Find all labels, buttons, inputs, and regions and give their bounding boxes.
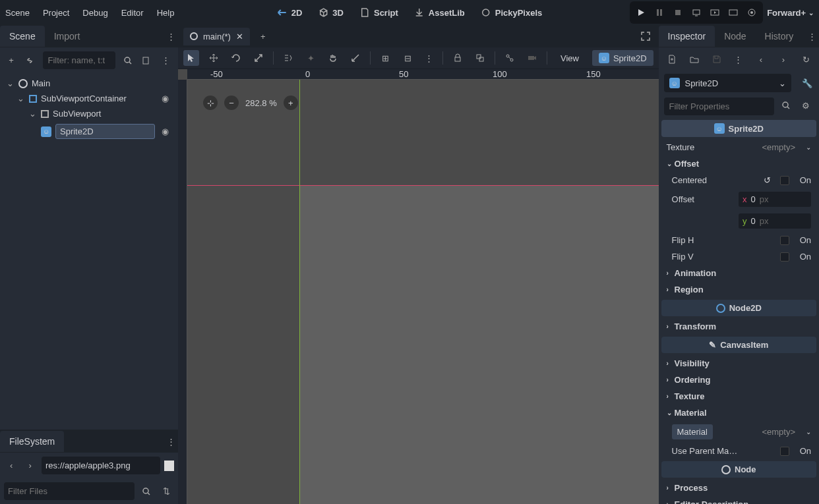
center-view-button[interactable]: ⊹ [203, 96, 218, 110]
checkbox[interactable] [780, 447, 789, 456]
snap-menu[interactable]: ⋮ [422, 53, 436, 63]
fs-filter-input[interactable] [4, 482, 135, 500]
group-editor-description[interactable]: ›Editor Description [661, 496, 816, 504]
menu-debug[interactable]: Debug [82, 8, 107, 18]
viewport-2d[interactable]: -50 0 50 100 150 ⊹ − 282.8 % + [178, 69, 659, 504]
zoom-out-button[interactable]: − [224, 96, 239, 110]
distraction-free-button[interactable] [638, 28, 653, 44]
prop-use-parent-material[interactable]: Use Parent Ma…On [661, 443, 816, 459]
move-tool[interactable] [206, 50, 222, 66]
section-canvasitem[interactable]: ✎CanvasItem [661, 337, 816, 353]
group-texture[interactable]: ›Texture [661, 388, 816, 405]
group-offset[interactable]: ⌄Offset [661, 155, 816, 172]
fs-back-button[interactable]: ‹ [4, 458, 19, 474]
remote-button[interactable] [688, 4, 705, 21]
checkbox[interactable] [780, 236, 789, 245]
mode-3d[interactable]: 3D [313, 5, 349, 20]
revert-icon[interactable]: ↺ [764, 175, 771, 185]
new-tab-button[interactable]: + [255, 28, 271, 44]
inspector-dock-menu[interactable]: ⋮ [805, 32, 819, 42]
zoom-in-button[interactable]: + [284, 96, 298, 110]
save-resource-button[interactable] [709, 51, 725, 67]
search-icon[interactable] [122, 53, 134, 69]
tab-scene[interactable]: Scene [0, 26, 45, 47]
view-menu[interactable]: View [554, 51, 586, 66]
link-button[interactable] [24, 53, 36, 69]
menu-editor[interactable]: Editor [121, 8, 144, 18]
section-node2d[interactable]: Node2D [661, 300, 816, 316]
script-attach-button[interactable] [140, 53, 152, 69]
prop-flip-h[interactable]: Flip HOn [661, 232, 816, 248]
mode-pickypixels[interactable]: PickyPixels [475, 5, 548, 20]
scale-tool[interactable] [251, 50, 266, 66]
tab-inspector[interactable]: Inspector [659, 26, 715, 47]
stop-button[interactable] [669, 4, 686, 21]
sprite2d-editor-tab[interactable]: ☺ Sprite2D [592, 50, 653, 66]
group-region[interactable]: ›Region [661, 281, 816, 298]
fs-path-input[interactable] [42, 457, 160, 474]
group-process[interactable]: ›Process [661, 480, 816, 496]
section-sprite2d[interactable]: ☺Sprite2D [661, 120, 816, 137]
rotate-tool[interactable] [228, 50, 244, 66]
load-resource-button[interactable] [686, 51, 702, 67]
fs-dock-menu[interactable]: ⋮ [164, 437, 178, 447]
play-button[interactable] [632, 4, 650, 21]
chevron-down-icon[interactable]: ⌄ [17, 94, 25, 103]
prop-centered[interactable]: Centered↺On [661, 172, 816, 188]
object-selector[interactable]: ☺ Sprite2D ⌄ [664, 74, 791, 92]
search-icon[interactable] [778, 98, 794, 113]
mode-assetlib[interactable]: AssetLib [409, 5, 470, 20]
list-select-tool[interactable] [280, 50, 296, 66]
bone-button[interactable] [502, 50, 518, 66]
visibility-toggle[interactable]: ◉ [159, 94, 171, 103]
menu-project[interactable]: Project [43, 8, 69, 18]
filter-properties-input[interactable] [664, 98, 774, 115]
group-visibility[interactable]: ›Visibility [661, 355, 816, 372]
manage-object-button[interactable]: 🔧 [799, 75, 815, 91]
camera-button[interactable] [524, 50, 540, 66]
section-node[interactable]: Node [661, 461, 816, 478]
search-icon[interactable] [138, 484, 154, 499]
file-tab-main[interactable]: main(*) ✕ [183, 28, 250, 45]
mode-script[interactable]: Script [354, 5, 404, 20]
group-button[interactable] [472, 50, 488, 66]
fs-sort-button[interactable]: ⇅ [158, 484, 174, 499]
prop-flip-v[interactable]: Flip VOn [661, 248, 816, 265]
tree-node-subviewportcontainer[interactable]: ⌄ SubViewportContainer ◉ [5, 91, 173, 106]
chevron-down-icon[interactable]: ⌄ [806, 144, 811, 151]
tab-import[interactable]: Import [45, 26, 90, 47]
zoom-level[interactable]: 282.8 % [245, 98, 277, 108]
history-button[interactable]: ↻ [798, 51, 814, 67]
pivot-tool[interactable]: ✦ [303, 50, 318, 66]
lock-button[interactable] [450, 50, 466, 66]
tab-history[interactable]: History [756, 26, 803, 47]
chevron-down-icon[interactable]: ⌄ [7, 78, 15, 88]
play-scene-button[interactable] [706, 4, 723, 21]
new-resource-button[interactable] [664, 51, 680, 67]
prop-offset-y[interactable]: y0px [661, 210, 816, 232]
tab-node[interactable]: Node [715, 26, 755, 47]
select-tool[interactable] [183, 50, 199, 66]
play-custom-button[interactable] [725, 4, 742, 21]
add-node-button[interactable]: + [5, 53, 17, 69]
group-material[interactable]: ⌄Material [661, 405, 816, 421]
movie-button[interactable] [743, 4, 760, 21]
close-tab-button[interactable]: ✕ [236, 32, 243, 42]
tree-node-sprite2d[interactable]: ☺ Sprite2D ◉ [5, 121, 173, 142]
scene-filter-input[interactable] [43, 51, 115, 69]
history-back[interactable]: ‹ [753, 51, 769, 67]
prop-texture[interactable]: Texture<empty>⌄ [661, 139, 816, 155]
pan-tool[interactable] [325, 50, 341, 66]
scene-menu[interactable]: ⋮ [159, 55, 173, 65]
menu-help[interactable]: Help [157, 8, 175, 18]
tree-node-main[interactable]: ⌄ Main [5, 76, 173, 91]
group-transform[interactable]: ›Transform [661, 318, 816, 335]
tree-node-subviewport[interactable]: ⌄ SubViewport [5, 106, 173, 121]
scene-dock-menu[interactable]: ⋮ [164, 32, 178, 42]
checkbox[interactable] [780, 176, 789, 185]
menu-scene[interactable]: Scene [5, 8, 30, 18]
chevron-down-icon[interactable]: ⌄ [806, 428, 811, 435]
tab-filesystem[interactable]: FileSystem [0, 431, 64, 452]
property-settings-button[interactable]: ⚙ [798, 98, 814, 113]
renderer-selector[interactable]: Forward+⌄ [767, 8, 814, 18]
